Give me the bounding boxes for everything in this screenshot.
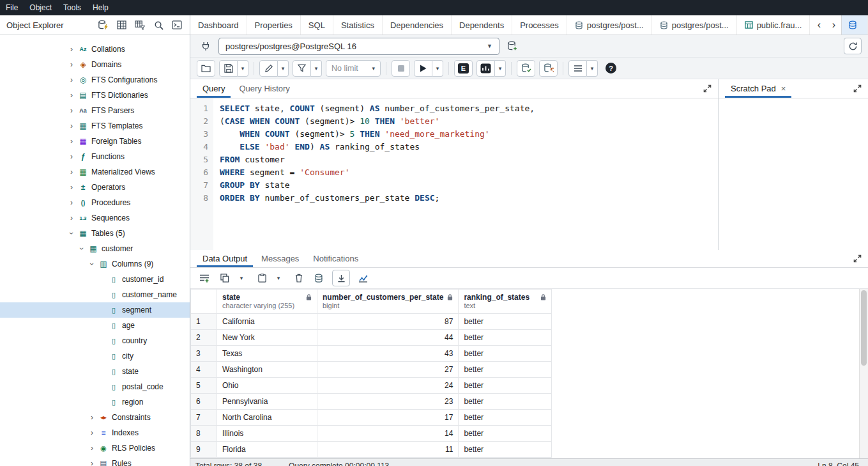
explain-analyze-button[interactable]	[476, 60, 495, 77]
macros-dropdown[interactable]: ▾	[587, 60, 598, 77]
tree-item-postal-code[interactable]: ▯postal_code	[0, 379, 190, 394]
expand-panel-icon[interactable]	[846, 250, 868, 267]
tree-item-segment[interactable]: ▯segment	[0, 302, 190, 318]
row-number-cell[interactable]: 5	[191, 378, 217, 394]
macros-button[interactable]	[568, 60, 587, 77]
tab-notifications[interactable]: Notifications	[306, 250, 365, 267]
table-cell[interactable]: better	[459, 410, 552, 426]
tree-item-sequences[interactable]: ›1.3Sequences	[0, 210, 190, 226]
add-row-icon[interactable]	[197, 270, 212, 286]
table-cell[interactable]: Texas	[217, 346, 317, 362]
tree-item-constraints[interactable]: ›◂▸Constraints	[0, 410, 190, 425]
tab-data-output[interactable]: Data Output	[195, 250, 254, 267]
tree-expand-icon[interactable]: ›	[66, 183, 77, 192]
tab-properties[interactable]: Properties	[247, 15, 301, 35]
tree-expand-icon[interactable]: ›	[66, 75, 77, 84]
scratch-pad-editor[interactable]	[719, 98, 868, 250]
expand-panel-icon[interactable]	[696, 79, 718, 98]
row-number-cell[interactable]: 7	[191, 410, 217, 426]
tree-item-fts-parsers[interactable]: ›AaFTS Parsers	[0, 103, 190, 118]
copy-dropdown[interactable]: ▾	[234, 270, 249, 286]
paste-dropdown[interactable]: ▾	[271, 270, 286, 286]
table-cell[interactable]: North Carolina	[217, 410, 317, 426]
table-cell[interactable]: California	[217, 314, 317, 330]
tree-expand-icon[interactable]: ›	[66, 137, 77, 146]
tree-item-age[interactable]: ▯age	[0, 318, 190, 333]
tree-item-fts-templates[interactable]: ›▦FTS Templates	[0, 118, 190, 134]
copy-icon[interactable]	[217, 270, 232, 286]
explain-analyze-dropdown[interactable]: ▾	[495, 60, 506, 77]
row-number-cell[interactable]: 1	[191, 314, 217, 330]
tree-item-fts-configurations[interactable]: ›◎FTS Configurations	[0, 72, 190, 88]
tree-item-columns-9[interactable]: ›▥Columns (9)	[0, 256, 190, 272]
download-results-icon[interactable]	[332, 270, 350, 286]
row-limit-select[interactable]: No limit ▾	[326, 60, 381, 77]
table-cell[interactable]: better	[459, 394, 552, 410]
table-cell[interactable]: Washington	[217, 362, 317, 378]
tree-item-state[interactable]: ▯state	[0, 364, 190, 379]
commit-button[interactable]	[517, 60, 535, 77]
tab-query[interactable]: Query	[195, 79, 232, 98]
table-cell[interactable]: better	[459, 330, 552, 346]
scrollbar-thumb[interactable]	[861, 290, 867, 366]
menu-tools[interactable]: Tools	[57, 0, 87, 15]
new-connection-icon[interactable]	[503, 38, 521, 54]
tree-item-functions[interactable]: ›ƒFunctions	[0, 149, 190, 164]
graph-visualiser-icon[interactable]	[355, 270, 370, 286]
table-cell[interactable]: better	[459, 314, 552, 330]
delete-row-icon[interactable]	[291, 270, 307, 286]
row-number-cell[interactable]: 3	[191, 346, 217, 362]
tree-item-materialized-views[interactable]: ›▦Materialized Views	[0, 164, 190, 180]
connection-select[interactable]: postgres/postgres@PostgreSQL 16 ▼	[218, 38, 499, 55]
table-cell[interactable]: Illinois	[217, 426, 317, 442]
tree-item-customer-id[interactable]: ▯customer_id	[0, 272, 190, 287]
tab-statistics[interactable]: Statistics	[333, 15, 383, 35]
filter-dropdown[interactable]: ▾	[311, 60, 322, 77]
tree-expand-icon[interactable]: ›	[66, 152, 77, 161]
save-file-button[interactable]	[219, 60, 238, 77]
cancel-query-button[interactable]	[392, 60, 410, 77]
tree-expand-icon[interactable]: ›	[66, 45, 77, 54]
open-file-button[interactable]	[197, 60, 215, 77]
tree-expand-icon[interactable]: ›	[87, 413, 97, 422]
tree-item-customer-name[interactable]: ▯customer_name	[0, 287, 190, 302]
table-cell[interactable]: 14	[317, 426, 459, 442]
table-cell[interactable]: 11	[317, 442, 459, 458]
table-cell[interactable]: New York	[217, 330, 317, 346]
tree-expand-icon[interactable]: ›	[66, 198, 77, 207]
row-number-cell[interactable]: 8	[191, 426, 217, 442]
tree-item-collations[interactable]: ›AzCollations	[0, 42, 190, 57]
tree-expand-icon[interactable]: ›	[87, 428, 97, 437]
row-number-cell[interactable]: 4	[191, 362, 217, 378]
table-cell[interactable]: Ohio	[217, 378, 317, 394]
filtered-rows-icon[interactable]	[132, 18, 148, 32]
row-number-cell[interactable]: 6	[191, 394, 217, 410]
tree-item-operators[interactable]: ›±Operators	[0, 180, 190, 195]
tab-postgres-post[interactable]: postgres/post...	[652, 15, 737, 35]
execute-button[interactable]	[414, 60, 432, 77]
table-cell[interactable]: better	[459, 362, 552, 378]
tree-item-rules[interactable]: ›▤Rules	[0, 456, 190, 466]
tree-item-domains[interactable]: ›◈Domains	[0, 57, 190, 72]
tab-dependents[interactable]: Dependents	[452, 15, 512, 35]
expand-panel-icon[interactable]	[846, 79, 868, 98]
menu-file[interactable]: File	[0, 0, 24, 15]
tab-active-partial[interactable]	[841, 15, 868, 35]
column-header-state[interactable]: statecharacter varying (255)	[217, 290, 317, 314]
row-number-cell[interactable]: 2	[191, 330, 217, 346]
tree-item-foreign-tables[interactable]: ›▦Foreign Tables	[0, 134, 190, 149]
tab-postgres-post[interactable]: postgres/post...	[567, 15, 652, 35]
tab-scroll-right-button[interactable]: ›	[826, 15, 841, 35]
tree-expand-icon[interactable]: ›	[87, 444, 97, 453]
tab-dependencies[interactable]: Dependencies	[383, 15, 452, 35]
column-header-number-of-customers-per-state[interactable]: number_of_customers_per_statebigint	[317, 290, 459, 314]
tab-scratch-pad[interactable]: Scratch Pad×	[724, 79, 793, 98]
tree-item-region[interactable]: ▯region	[0, 394, 190, 410]
edit-dropdown[interactable]: ▾	[278, 60, 289, 77]
search-objects-icon[interactable]	[151, 18, 166, 32]
vertical-scrollbar[interactable]	[859, 289, 868, 458]
tree-expand-icon[interactable]: ›	[77, 244, 87, 253]
table-cell[interactable]: 17	[317, 410, 459, 426]
sql-editor[interactable]: 12345678 SELECT state, COUNT (segment) A…	[190, 98, 718, 250]
tree-expand-icon[interactable]: ›	[87, 260, 97, 268]
